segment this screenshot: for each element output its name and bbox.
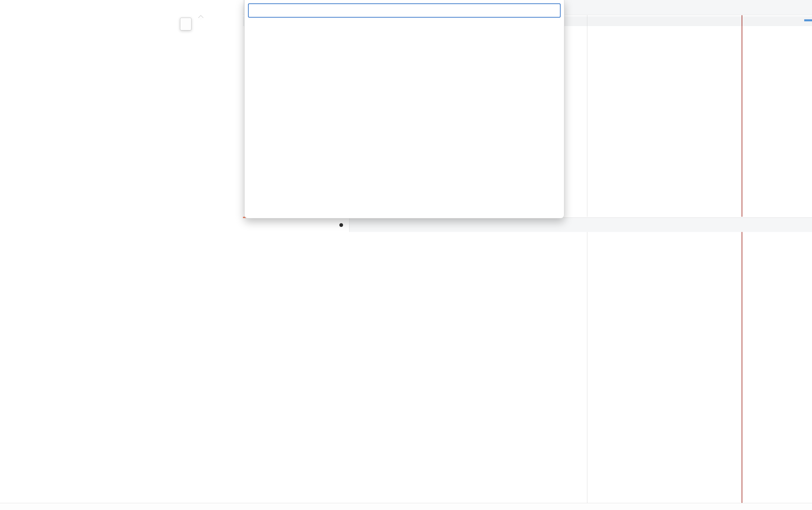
quick-pick-input[interactable]	[248, 3, 561, 18]
tab-untitled-1[interactable]	[243, 218, 349, 232]
editor-ruler-gray	[587, 232, 587, 503]
sidebar	[26, 0, 243, 503]
open-layout-button[interactable]	[752, 221, 763, 230]
top-editor-ruler-red	[742, 15, 742, 217]
status-bar	[0, 503, 812, 510]
quick-pick-panel	[244, 0, 564, 218]
split-editor-button[interactable]	[781, 221, 791, 230]
tooltip-arrow	[198, 15, 204, 21]
editor-ruler-red	[742, 232, 742, 503]
activity-bar	[0, 0, 26, 503]
code-editor[interactable]	[243, 232, 812, 503]
editor-more-actions-button[interactable]	[793, 220, 804, 229]
top-overview-cursor-mark	[804, 19, 812, 21]
use-template-tooltip	[180, 18, 191, 30]
top-editor-ruler-gray	[587, 15, 587, 217]
quarto-render-button[interactable]	[767, 221, 777, 230]
dirty-indicator-dot	[339, 223, 343, 227]
